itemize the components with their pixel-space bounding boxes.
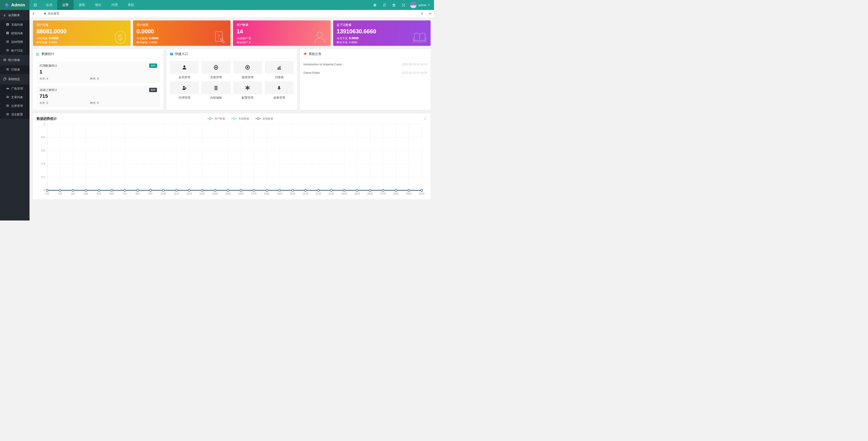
sidebar-item-basic-info[interactable]: 基础信息 xyxy=(0,74,30,84)
refresh-icon xyxy=(382,3,386,7)
username: admin xyxy=(418,3,426,7)
quick-content-edit[interactable]: 内容编辑 xyxy=(202,81,230,100)
user-icon xyxy=(182,65,187,70)
list-icon xyxy=(6,40,9,44)
svg-text:1: 1 xyxy=(43,123,45,126)
quick-member-manage[interactable]: 会员管理 xyxy=(170,61,199,79)
svg-text:0.6: 0.6 xyxy=(41,149,45,152)
hexagon-button[interactable] xyxy=(370,0,380,10)
quick-daily-report[interactable]: 日报表 xyxy=(265,61,293,79)
quick-agent-manage[interactable]: 代理管理 xyxy=(170,81,199,100)
stat-card-user-withdraw[interactable]: 用户提现 0.0000 今日提现0.0000 昨日提现0.0000 ? xyxy=(133,21,231,46)
legend-user-count[interactable]: 用户数量 xyxy=(207,117,225,121)
data-stats-header: 数据统计 xyxy=(33,49,163,59)
sidebar-item-ad-manage[interactable]: 广告管理 xyxy=(0,84,30,93)
sidebar-item-withdraw-list[interactable]: 提现列表 xyxy=(0,29,30,38)
fullscreen-button[interactable] xyxy=(399,0,408,10)
nav-item-address[interactable]: 地址 xyxy=(90,0,106,10)
copy-icon xyxy=(3,77,6,81)
svg-text:17日: 17日 xyxy=(251,192,257,195)
line-chart-icon xyxy=(36,52,40,56)
svg-text:11日: 11日 xyxy=(174,192,179,195)
game-order-stat: 游戏订单统计 实时 715 今天: 0 昨天: 0 xyxy=(36,86,160,107)
data-stats-panel: 数据统计 代理数量统计 实时 1 今天: 0 昨天: 0 xyxy=(33,49,163,110)
nav-item-agent[interactable]: 代理 xyxy=(106,0,123,10)
navbar-spacer xyxy=(139,0,370,10)
bar-chart-icon xyxy=(276,65,282,70)
dollar-icon: $ xyxy=(114,30,127,44)
trend-chart-panel: 数据趋势统计 用户数量 充值数量 提现数量 xyxy=(33,113,431,199)
sidebar-item-category-manage[interactable]: 分类管理 xyxy=(0,102,30,110)
tabs-scroll-right-button[interactable] xyxy=(417,10,426,17)
sidebar-item-stats-report[interactable]: 统计报表 xyxy=(0,55,30,65)
plus-square-icon xyxy=(6,23,9,27)
list-icon xyxy=(3,58,6,62)
list-icon xyxy=(6,49,9,53)
sidebar-item-transfer-detail[interactable]: 划转明细 xyxy=(0,38,30,46)
agent-count-value: 1 xyxy=(39,69,157,75)
nav-item-member[interactable]: 会员 xyxy=(41,0,57,10)
svg-text:29日: 29日 xyxy=(406,192,411,195)
chart-legend: 用户数量 充值数量 提现数量 xyxy=(57,117,423,121)
quick-entry-grid: 会员管理 充值管理 提现管理 日报表 xyxy=(166,59,297,103)
stat-card-total-bets[interactable]: 总下注数量 13910630.6660 今日下注0.0000 昨日下注0.000… xyxy=(333,21,431,46)
svg-text:0.8: 0.8 xyxy=(41,136,45,139)
game-order-value: 715 xyxy=(39,93,157,99)
avatar xyxy=(410,2,416,8)
document-question-icon: ? xyxy=(213,30,227,44)
stat-card-user-recharge[interactable]: 用户充值 88081.0000 今日充值0.0000 昨日充值0.0000 $ xyxy=(33,21,131,46)
nav-item-game[interactable]: 游戏 xyxy=(73,0,90,10)
nav-item-system[interactable]: 系统 xyxy=(123,0,139,10)
window-icon xyxy=(170,52,173,56)
refresh-button[interactable] xyxy=(380,0,389,10)
tabs-menu-button[interactable] xyxy=(426,10,434,17)
quick-config-manage[interactable]: 配置管理 xyxy=(233,81,262,100)
download-icon xyxy=(423,116,427,120)
sidebar-item-article-list[interactable]: 文章列表 xyxy=(0,93,30,102)
panels-row: 数据统计 代理数量统计 实时 1 今天: 0 昨天: 0 xyxy=(33,49,431,110)
sidebar-item-language-config[interactable]: 语言配置 xyxy=(0,110,30,119)
sidebar-item-recharge-list[interactable]: 充值列表 xyxy=(0,21,30,29)
top-navbar: Admin 会员 运营 游戏 地址 代理 系统 xyxy=(0,0,434,10)
svg-text:14日: 14日 xyxy=(212,192,218,195)
quick-menu-manage[interactable]: 菜单管理 xyxy=(265,81,293,100)
trash-button[interactable] xyxy=(389,0,399,10)
list-icon xyxy=(6,113,9,116)
asterisk-icon xyxy=(245,85,250,91)
notice-item[interactable]: Game Rules 2022-05-25 07:14:39 xyxy=(303,69,427,77)
notice-item[interactable]: Introduction to Imperial Casin... 2022-0… xyxy=(303,60,427,69)
svg-text:21日: 21日 xyxy=(303,192,308,195)
svg-text:20日: 20日 xyxy=(290,192,296,195)
tab-bar: 后台首页 xyxy=(30,10,434,17)
sidebar: ฿ 会员账务 充值列表 提现列表 划转明细 账户日志 xyxy=(0,10,30,220)
chevron-right-icon xyxy=(421,12,423,15)
stat-cards-row: 用户充值 88081.0000 今日充值0.0000 昨日充值0.0000 $ … xyxy=(33,21,431,46)
nav-item-operation[interactable]: 运营 xyxy=(57,0,73,10)
sidebar-item-account-log[interactable]: 账户日志 xyxy=(0,46,30,55)
svg-text:15日: 15日 xyxy=(225,192,231,195)
sidebar-toggle-button[interactable] xyxy=(30,0,41,10)
svg-text:30日: 30日 xyxy=(419,192,425,195)
tab-home[interactable]: 后台首页 xyxy=(38,10,66,17)
legend-withdraw-count[interactable]: 提现数量 xyxy=(255,117,273,121)
trend-line-chart[interactable]: 00.20.40.60.811日2日3日4日5日6日7日8日9日10日11日12… xyxy=(36,122,427,197)
brand-logo[interactable]: Admin xyxy=(0,0,30,10)
main-area: 后台首页 用户充值 88081.0000 今日充值0.0000 昨日充值0.00… xyxy=(30,10,434,220)
arrow-circle-down-icon xyxy=(213,65,219,70)
agent-count-stat: 代理数量统计 实时 1 今天: 0 昨天: 0 xyxy=(36,62,160,83)
svg-text:3日: 3日 xyxy=(71,192,75,195)
chart-download-button[interactable] xyxy=(423,116,427,121)
list-icon xyxy=(213,85,219,91)
svg-text:22日: 22日 xyxy=(315,192,321,195)
legend-recharge-count[interactable]: 充值数量 xyxy=(231,117,249,121)
user-menu[interactable]: admin xyxy=(408,0,434,10)
tabs-scroll-left-button[interactable] xyxy=(30,10,38,17)
chevron-down-icon xyxy=(428,4,430,6)
sidebar-item-member-accounts[interactable]: ฿ 会员账务 xyxy=(0,10,30,21)
quick-withdraw-manage[interactable]: 提现管理 xyxy=(233,61,262,79)
quick-recharge-manage[interactable]: 充值管理 xyxy=(202,61,230,79)
stat-card-user-count[interactable]: 用户数量 14 今日用户0 昨日用户0 xyxy=(233,21,331,46)
chevron-down-icon xyxy=(429,12,432,15)
sidebar-item-daily-report[interactable]: 日报表 xyxy=(0,65,30,74)
bitcoin-icon: ฿ xyxy=(3,13,6,17)
